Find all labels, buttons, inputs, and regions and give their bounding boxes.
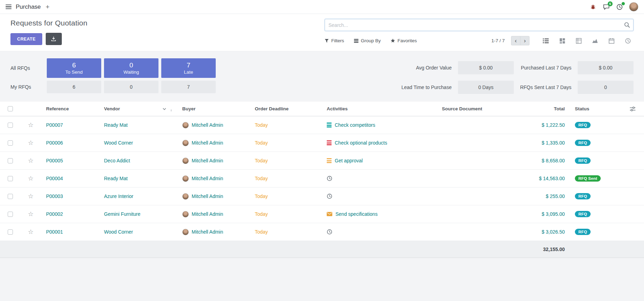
all-rfqs-filter[interactable]: All RFQs (10, 65, 44, 71)
column-order-deadline[interactable]: Order Deadline (249, 106, 321, 111)
my-waiting-count[interactable]: 0 (104, 81, 158, 93)
purchased-last-7-days[interactable]: $ 0.00 (578, 61, 634, 74)
filters-button[interactable]: Filters (325, 38, 344, 43)
reference-link[interactable]: P00005 (46, 158, 63, 163)
activity-type-icon[interactable] (327, 176, 335, 181)
rfqs-sent-last-7-days[interactable]: 0 (578, 81, 634, 94)
list-view-button[interactable] (540, 36, 552, 45)
row-checkbox[interactable] (8, 176, 13, 181)
lead-time-value[interactable]: 0 Days (458, 81, 514, 94)
activity-type-icon[interactable] (327, 123, 335, 127)
my-late-count[interactable]: 7 (161, 81, 216, 93)
buyer-link[interactable]: Mitchell Admin (192, 176, 223, 181)
export-button[interactable] (46, 33, 62, 45)
avg-order-value[interactable]: $ 0.00 (458, 61, 514, 74)
activity-summary-link[interactable]: Check competitors (335, 122, 375, 128)
buyer-link[interactable]: Mitchell Admin (192, 229, 223, 235)
search-box[interactable] (325, 19, 634, 31)
activity-type-icon[interactable] (327, 158, 335, 163)
activity-type-icon[interactable] (327, 212, 335, 216)
favorite-star-icon[interactable]: ☆ (28, 140, 34, 146)
table-row[interactable]: ☆ P00006 Wood Corner Mitchell Admin Toda… (0, 134, 644, 152)
card-to-send[interactable]: 6 To Send (47, 58, 101, 78)
search-icon[interactable] (624, 22, 630, 28)
column-source-document[interactable]: Source Document (436, 106, 512, 111)
graph-view-button[interactable] (589, 36, 601, 45)
reference-link[interactable]: P00007 (46, 122, 63, 128)
kanban-view-button[interactable] (556, 36, 568, 45)
buyer-link[interactable]: Mitchell Admin (192, 158, 223, 163)
group-by-button[interactable]: Group By (354, 38, 381, 43)
table-row[interactable]: ☆ P00001 Wood Corner Mitchell Admin Toda… (0, 223, 644, 241)
row-checkbox[interactable] (8, 194, 13, 199)
buyer-link[interactable]: Mitchell Admin (192, 211, 223, 217)
select-all-checkbox[interactable] (8, 106, 13, 111)
activity-type-icon[interactable] (327, 229, 335, 235)
column-activities[interactable]: Activities (321, 106, 436, 111)
pager-previous-button[interactable]: ‹ (511, 36, 520, 45)
favorite-star-icon[interactable]: ☆ (28, 157, 34, 164)
calendar-view-button[interactable] (606, 36, 617, 45)
table-row[interactable]: ☆ P00004 Ready Mat Mitchell Admin Today … (0, 170, 644, 188)
plus-icon[interactable]: + (46, 3, 50, 10)
vendor-link[interactable]: Wood Corner (104, 229, 133, 235)
activity-view-button[interactable] (622, 36, 634, 45)
user-avatar[interactable] (629, 2, 638, 12)
reference-link[interactable]: P00003 (46, 193, 63, 199)
pager-next-button[interactable]: › (520, 36, 530, 45)
buyer-link[interactable]: Mitchell Admin (192, 122, 223, 128)
favorites-button[interactable]: Favorites (391, 38, 417, 43)
favorite-star-icon[interactable]: ☆ (28, 193, 34, 199)
debug-bug-icon[interactable] (589, 3, 597, 11)
activity-summary-link[interactable]: Check optional products (335, 140, 387, 146)
my-to-send-count[interactable]: 6 (47, 81, 101, 93)
vendor-link[interactable]: Azure Interior (104, 193, 133, 199)
table-row[interactable]: ☆ P00002 Gemini Furniture Mitchell Admin… (0, 205, 644, 223)
column-reference[interactable]: Reference (40, 106, 98, 111)
reference-link[interactable]: P00002 (46, 211, 63, 217)
pivot-view-button[interactable] (573, 36, 584, 45)
activities-clock-icon[interactable] (616, 3, 623, 11)
activity-summary-link[interactable]: Send specifications (335, 211, 378, 217)
vendor-link[interactable]: Ready Mat (104, 122, 128, 128)
row-checkbox[interactable] (8, 212, 13, 217)
column-vendor[interactable]: Vendor (98, 106, 177, 111)
favorite-star-icon[interactable]: ☆ (28, 175, 34, 182)
row-checkbox[interactable] (8, 229, 13, 235)
buyer-link[interactable]: Mitchell Admin (192, 193, 223, 199)
vendor-link[interactable]: Gemini Furniture (104, 211, 140, 217)
favorite-star-icon[interactable]: ☆ (28, 122, 34, 128)
activity-type-icon[interactable] (327, 193, 335, 199)
column-resize-handle[interactable] (171, 109, 172, 111)
activity-summary-link[interactable]: Get approval (335, 158, 363, 163)
table-row[interactable]: ☆ P00003 Azure Interior Mitchell Admin T… (0, 188, 644, 205)
create-button[interactable]: CREATE (10, 33, 42, 45)
favorite-star-icon[interactable]: ☆ (28, 229, 34, 235)
app-menu-purchase[interactable]: Purchase (16, 3, 41, 10)
buyer-link[interactable]: Mitchell Admin (192, 140, 223, 146)
vendor-sort-caret-icon[interactable] (163, 108, 166, 110)
table-row[interactable]: ☆ P00007 Ready Mat Mitchell Admin Today … (0, 116, 644, 134)
reference-link[interactable]: P00004 (46, 176, 63, 181)
search-input[interactable] (325, 19, 633, 31)
apps-menu-icon[interactable] (6, 5, 12, 9)
optional-columns-icon[interactable] (630, 107, 636, 111)
row-checkbox[interactable] (8, 140, 13, 146)
column-total[interactable]: Total (512, 106, 572, 111)
reference-link[interactable]: P00006 (46, 140, 63, 146)
card-late[interactable]: 7 Late (161, 58, 216, 78)
column-buyer[interactable]: Buyer (177, 106, 249, 111)
card-waiting[interactable]: 0 Waiting (104, 58, 158, 78)
table-row[interactable]: ☆ P00005 Deco Addict Mitchell Admin Toda… (0, 152, 644, 170)
column-status[interactable]: Status (572, 106, 621, 111)
row-checkbox[interactable] (8, 158, 13, 163)
messages-icon[interactable]: 5 (602, 3, 610, 11)
vendor-link[interactable]: Ready Mat (104, 176, 128, 181)
my-rfqs-filter[interactable]: My RFQs (10, 84, 44, 90)
activity-type-icon[interactable] (327, 140, 335, 145)
vendor-link[interactable]: Wood Corner (104, 140, 133, 146)
favorite-star-icon[interactable]: ☆ (28, 211, 34, 217)
vendor-link[interactable]: Deco Addict (104, 158, 130, 163)
row-checkbox[interactable] (8, 123, 13, 128)
reference-link[interactable]: P00001 (46, 229, 63, 235)
